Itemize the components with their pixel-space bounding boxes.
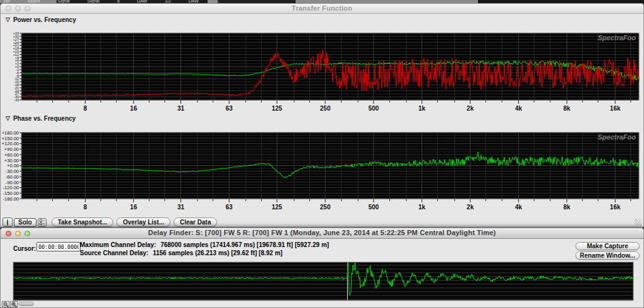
x-tick-label: 31 <box>177 204 185 211</box>
y-tick-label: +30.00 <box>4 158 19 163</box>
x-tick-label: 500 <box>369 204 379 211</box>
zoom-out-button[interactable] <box>2 301 9 307</box>
x-tick-label: 4k <box>515 105 523 112</box>
channel-list-icon <box>39 219 45 226</box>
source-delay-label: Source Channel Delay: <box>80 250 148 256</box>
transfer-titlebar[interactable]: Transfer Function <box>1 4 643 14</box>
x-tick-label: 31 <box>177 105 185 112</box>
cursor-input[interactable] <box>36 242 80 251</box>
resize-grip-icon[interactable] <box>635 219 641 226</box>
waveform-scrollbar <box>1 301 643 307</box>
x-tick-label: 63 <box>226 105 233 112</box>
x-tick-label: 16k <box>610 105 621 112</box>
transfer-function-window: Transfer Function ▽ Power vs. Frequency … <box>0 3 644 228</box>
x-tick-label: 250 <box>320 204 331 211</box>
x-tick-label: 8k <box>564 204 571 211</box>
rename-window-button[interactable]: Rename Window... <box>575 251 640 260</box>
plot-background <box>13 262 633 300</box>
x-tick-label: 125 <box>272 105 282 112</box>
solo-group: Solo <box>3 217 47 227</box>
power-section-header: ▽ Power vs. Frequency <box>6 16 76 23</box>
magnifier-minus-icon <box>3 302 9 307</box>
x-tick-label: 8 <box>84 105 87 112</box>
green-power-light-icon <box>7 219 8 226</box>
solo-button[interactable]: Solo <box>14 218 36 227</box>
make-capture-button[interactable]: Make Capture <box>575 242 640 250</box>
x-tick-label: 8k <box>564 105 571 112</box>
scrollbar-thumb[interactable] <box>18 302 34 306</box>
phase-frequency-plot: +180.00+150.00+120.00+90.00+60.00+30.00+… <box>1 128 644 212</box>
source-delay-row: Source Channel Delay: 1156 samples (26.2… <box>80 250 329 256</box>
disclosure-triangle-icon[interactable]: ▽ <box>6 116 10 121</box>
transfer-toolbar: Solo Take Snapshot... Overlay List... Cl… <box>3 216 217 228</box>
window-title: Transfer Function <box>1 4 643 12</box>
x-tick-label: 63 <box>226 204 233 211</box>
y-tick-label: -33 <box>14 98 19 102</box>
x-tick-label: 8 <box>84 204 87 211</box>
y-tick-label: +0.00 <box>7 163 19 168</box>
window-title: Delay Finder: S: [700] FW 5 R: [700] FW … <box>1 229 643 236</box>
x-tick-label: 2k <box>467 105 474 112</box>
power-frequency-plot: +33+30+27+24+21+18+15+12+9+6+3+0-3-6-9-1… <box>1 28 644 113</box>
x-tick-label: 16 <box>130 105 138 112</box>
delay-waveform-plot[interactable] <box>1 261 644 302</box>
x-tick-label: 16k <box>610 204 621 211</box>
delay-readouts: Maximum Channel Delay: 768000 samples (1… <box>80 241 329 256</box>
x-tick-label: 2k <box>467 204 474 211</box>
overlay-list-button[interactable]: Overlay List... <box>116 217 170 227</box>
x-tick-label: 16 <box>130 204 138 211</box>
y-tick-label: +180.00 <box>2 130 19 136</box>
zoom-in-button[interactable] <box>10 301 18 307</box>
phase-section-label: Phase vs. Frequency <box>13 115 76 122</box>
solo-enabled-light-button[interactable] <box>3 217 13 227</box>
spectrafoo-logo: SpectraFoo <box>597 34 636 41</box>
y-tick-label: -30.00 <box>6 168 19 174</box>
desktop: per Assert Signal Signal 8 DAW 1/2 DAW 1… <box>0 0 644 308</box>
y-tick-label: -150.00 <box>3 190 19 196</box>
capture-buttons: Make Capture Rename Window... <box>575 242 640 260</box>
delay-finder-window: Delay Finder: S: [700] FW 5 R: [700] FW … <box>0 228 644 308</box>
x-tick-label: 125 <box>272 204 282 211</box>
maximum-delay-value: 768000 samples (17414.967 ms) [19678.91 … <box>160 241 329 248</box>
x-tick-label: 250 <box>320 105 331 112</box>
y-tick-label: +150.00 <box>2 136 19 141</box>
y-tick-label: -60.00 <box>6 174 19 180</box>
x-tick-label: 4k <box>515 204 523 211</box>
channel-params-button[interactable] <box>38 218 47 227</box>
clear-data-button[interactable]: Clear Data <box>174 217 217 227</box>
y-tick-label: +90.00 <box>4 146 19 152</box>
x-tick-label: 1k <box>418 105 426 112</box>
source-delay-value: 1156 samples (26.213 ms) [29.62 ft] [8.9… <box>153 250 282 256</box>
y-tick-label: +120.00 <box>2 141 19 146</box>
y-tick-label: -180.00 <box>3 196 19 202</box>
maximum-delay-label: Maximum Channel Delay: <box>80 241 156 248</box>
y-tick-label: -90.00 <box>6 180 19 185</box>
maximum-delay-row: Maximum Channel Delay: 768000 samples (1… <box>80 241 329 248</box>
delay-titlebar[interactable]: Delay Finder: S: [700] FW 5 R: [700] FW … <box>1 228 643 239</box>
phase-section-header: ▽ Phase vs. Frequency <box>6 115 75 122</box>
cursor-label: Cursor: <box>13 245 36 252</box>
disclosure-triangle-icon[interactable]: ▽ <box>6 17 10 23</box>
y-tick-label: +60.00 <box>4 152 19 158</box>
x-tick-label: 500 <box>369 105 379 112</box>
power-section-label: Power vs. Frequency <box>13 16 76 23</box>
x-tick-label: 1k <box>418 204 426 211</box>
y-tick-label: -120.00 <box>3 185 19 190</box>
take-snapshot-button[interactable]: Take Snapshot... <box>52 217 114 227</box>
magnifier-plus-icon <box>11 302 17 307</box>
spectrafoo-logo: SpectraFoo <box>597 133 636 141</box>
